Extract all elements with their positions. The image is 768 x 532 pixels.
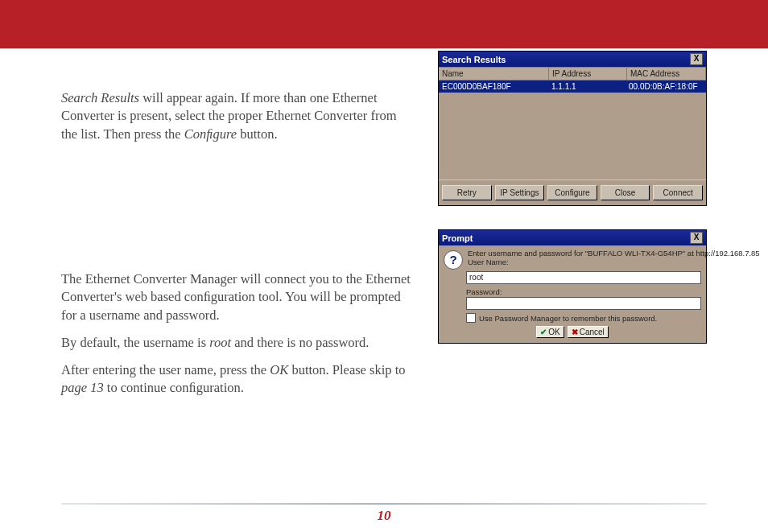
list-row-selected[interactable]: EC000D0BAF180F 1.1.1.1 00.0D:0B:AF:18:0F xyxy=(439,80,706,93)
cell-name: EC000D0BAF180F xyxy=(439,80,548,93)
title-bar: Prompt X xyxy=(439,230,706,245)
title-bar: Search Results X xyxy=(439,52,706,67)
text: button. Please skip to xyxy=(288,362,405,377)
text: button. xyxy=(237,126,277,142)
list-body xyxy=(439,93,706,179)
ip-settings-button[interactable]: IP Settings xyxy=(495,185,545,200)
checkbox-icon[interactable] xyxy=(466,313,476,323)
close-icon[interactable]: X xyxy=(690,53,703,65)
section-1-text: Search Results will appear again. If mor… xyxy=(61,89,415,143)
header-band xyxy=(0,0,768,48)
check-icon: ✔ xyxy=(540,328,547,336)
text: to continue conﬁguration. xyxy=(104,380,244,395)
x-icon: ✖ xyxy=(572,328,578,336)
page-content: Search Results will appear again. If mor… xyxy=(0,49,768,143)
remember-label: Use Password Manager to remember this pa… xyxy=(479,314,657,323)
ok-button[interactable]: ✔OK xyxy=(536,326,564,338)
cancel-label: Cancel xyxy=(580,328,605,336)
search-results-window: Search Results X Name IP Address MAC Add… xyxy=(438,51,707,206)
list-headers: Name IP Address MAC Address xyxy=(439,67,706,80)
emph-search-results: Search Results xyxy=(61,90,139,105)
remember-row[interactable]: Use Password Manager to remember this pa… xyxy=(466,313,701,323)
button-bar: Retry IP Settings Configure Close Connec… xyxy=(439,179,706,205)
window-title: Search Results xyxy=(442,55,506,64)
username-label: User Name: xyxy=(468,258,760,266)
header-ip: IP Address xyxy=(549,68,627,80)
cancel-button[interactable]: ✖Cancel xyxy=(568,326,609,338)
prompt-dialog: Prompt X ? Enter username and password f… xyxy=(438,229,707,344)
password-field[interactable] xyxy=(466,297,701,310)
username-field[interactable]: root xyxy=(466,271,701,284)
password-label: Password: xyxy=(466,287,701,296)
close-icon[interactable]: X xyxy=(690,232,703,244)
retry-button[interactable]: Retry xyxy=(442,185,492,200)
cell-ip: 1.1.1.1 xyxy=(548,80,626,93)
prompt-message: Enter username and password for "BUFFALO… xyxy=(468,249,760,258)
question-icon: ? xyxy=(444,250,463,270)
text: By default, the username is xyxy=(61,335,209,350)
header-mac: MAC Address xyxy=(627,68,706,80)
emph-ok: OK xyxy=(270,362,288,377)
emph-configure: Conﬁgure xyxy=(184,126,237,142)
window-title: Prompt xyxy=(442,233,473,243)
ok-label: OK xyxy=(548,328,559,336)
header-name: Name xyxy=(439,68,549,80)
emph-page13: page 13 xyxy=(61,380,104,395)
cell-mac: 00.0D:0B:AF:18:0F xyxy=(626,80,706,93)
dialog-body: ? Enter username and password for "BUFFA… xyxy=(439,245,706,343)
footer-rule xyxy=(61,503,707,505)
configure-button[interactable]: Configure xyxy=(547,185,597,200)
emph-root: root xyxy=(209,335,231,350)
text: After entering the user name, press the xyxy=(61,362,270,377)
connect-button[interactable]: Connect xyxy=(653,185,703,200)
close-button[interactable]: Close xyxy=(601,185,650,200)
text: and there is no password. xyxy=(231,335,369,350)
page-number: 10 xyxy=(0,508,768,524)
section-2-text: The Ethernet Converter Manager will conn… xyxy=(61,270,415,407)
paragraph: The Ethernet Converter Manager will conn… xyxy=(61,270,415,324)
